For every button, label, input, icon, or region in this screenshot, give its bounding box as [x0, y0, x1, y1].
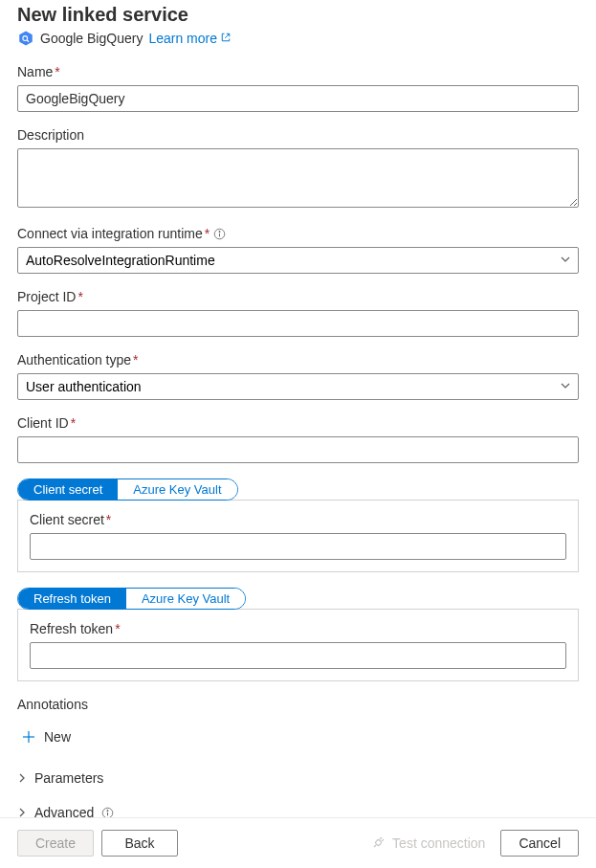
- client-secret-input[interactable]: [30, 533, 566, 560]
- external-link-icon: [220, 31, 232, 46]
- refresh-token-input[interactable]: [30, 642, 566, 669]
- plug-icon: [371, 835, 386, 851]
- client-secret-label: Client secret*: [30, 512, 566, 527]
- name-input[interactable]: [17, 85, 579, 112]
- tab-client-secret[interactable]: Client secret: [18, 479, 118, 500]
- parameters-expander[interactable]: Parameters: [17, 768, 579, 788]
- project-id-input[interactable]: [17, 310, 579, 337]
- svg-point-8: [107, 810, 108, 811]
- tab-azure-key-vault-2[interactable]: Azure Key Vault: [126, 589, 245, 609]
- annotations-label: Annotations: [17, 697, 579, 712]
- auth-type-select[interactable]: User authentication: [17, 373, 579, 400]
- svg-rect-10: [375, 839, 382, 846]
- info-icon[interactable]: [213, 228, 226, 240]
- name-label: Name*: [17, 64, 579, 79]
- tab-azure-key-vault[interactable]: Azure Key Vault: [118, 479, 236, 500]
- chevron-right-icon: [17, 770, 27, 786]
- description-textarea[interactable]: [17, 148, 579, 208]
- refresh-token-label: Refresh token*: [30, 621, 566, 636]
- bigquery-icon: [17, 30, 34, 47]
- create-button[interactable]: Create: [17, 830, 94, 857]
- auth-type-label: Authentication type*: [17, 352, 579, 367]
- plus-icon: [21, 729, 36, 745]
- service-header: Google BigQuery Learn more: [17, 30, 579, 47]
- learn-more-link[interactable]: Learn more: [148, 31, 232, 46]
- tab-refresh-token[interactable]: Refresh token: [18, 589, 126, 609]
- client-id-input[interactable]: [17, 436, 579, 463]
- client-secret-panel: Client secret*: [17, 500, 579, 572]
- svg-point-3: [219, 231, 220, 232]
- footer-bar: Create Back Test connection Cancel: [0, 817, 596, 868]
- refresh-token-panel: Refresh token*: [17, 609, 579, 681]
- client-id-label: Client ID*: [17, 415, 579, 431]
- client-secret-tabs: Client secret Azure Key Vault: [17, 479, 238, 501]
- description-label: Description: [17, 127, 579, 143]
- back-button[interactable]: Back: [101, 830, 178, 857]
- refresh-token-tabs: Refresh token Azure Key Vault: [17, 588, 246, 610]
- runtime-label: Connect via integration runtime*: [17, 226, 210, 241]
- cancel-button[interactable]: Cancel: [500, 830, 579, 857]
- service-name: Google BigQuery: [40, 31, 143, 46]
- project-id-label: Project ID*: [17, 289, 579, 304]
- test-connection-button[interactable]: Test connection: [364, 832, 493, 855]
- runtime-select[interactable]: AutoResolveIntegrationRuntime: [17, 247, 579, 274]
- add-annotation-button[interactable]: New: [17, 727, 75, 746]
- page-title: New linked service: [17, 0, 579, 26]
